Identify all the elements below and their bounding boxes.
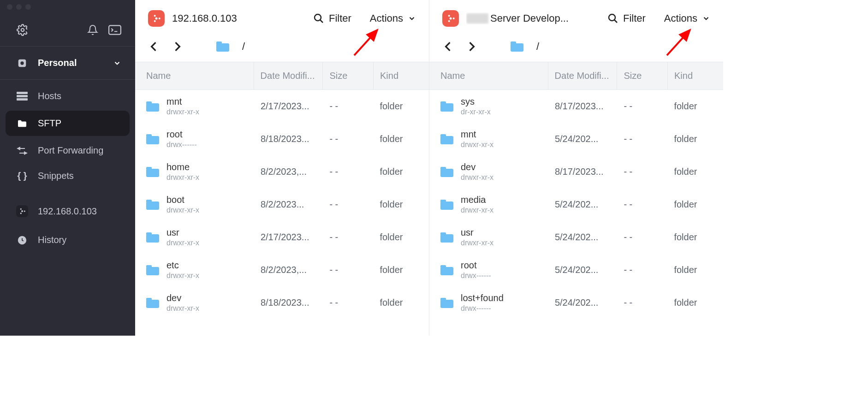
table-row[interactable]: mntdrwxr-xr-x5/24/202...- -folder — [429, 123, 723, 155]
file-permissions: drwx------ — [461, 304, 504, 313]
file-date: 5/24/202... — [548, 295, 618, 311]
file-kind: folder — [667, 131, 723, 147]
snippets-icon: { } — [16, 171, 29, 181]
col-date[interactable]: Date Modifi... — [548, 62, 618, 89]
folder-icon — [16, 119, 29, 128]
file-date: 8/2/2023,... — [254, 262, 323, 278]
main: 192.168.0.103 Filter Actions — [135, 0, 723, 336]
connection-name: 192.168.0.103 — [38, 206, 97, 217]
clock-icon — [16, 235, 29, 245]
svg-rect-1 — [109, 25, 121, 34]
path-text[interactable]: / — [242, 41, 245, 53]
table-row[interactable]: rootdrwx------5/24/202...- -folder — [429, 254, 723, 286]
file-size: - - — [617, 131, 667, 147]
workspace-gear-icon — [16, 58, 29, 68]
table-row[interactable]: mediadrwxr-xr-x5/24/202...- -folder — [429, 188, 723, 221]
col-size[interactable]: Size — [617, 62, 668, 89]
table-row[interactable]: devdrwxr-xr-x8/17/2023...- -folder — [429, 155, 723, 188]
folder-icon — [440, 265, 453, 275]
folder-icon — [216, 41, 229, 52]
sidebar-connection[interactable]: 192.168.0.103 — [0, 198, 135, 225]
sidebar-item-port-forwarding[interactable]: Port Forwarding — [0, 138, 135, 163]
search-icon — [607, 13, 618, 24]
pane-toolbar: 192.168.0.103 Filter Actions — [135, 0, 429, 37]
svg-rect-5 — [17, 95, 28, 97]
table-header: Name Date Modifi... Size Kind — [135, 62, 429, 90]
folder-icon — [146, 298, 159, 308]
chevron-down-icon — [113, 59, 121, 67]
file-size: - - — [323, 131, 373, 147]
table-row[interactable]: sysdr-xr-xr-x8/17/2023...- -folder — [429, 90, 723, 123]
filter-button[interactable]: Filter — [607, 12, 646, 24]
nav-back-button[interactable] — [442, 40, 453, 53]
col-name[interactable]: Name — [429, 62, 548, 89]
col-name[interactable]: Name — [135, 62, 254, 89]
sidebar-item-sftp[interactable]: SFTP — [6, 111, 130, 136]
table-row[interactable]: mntdrwxr-xr-x2/17/2023...- -folder — [135, 90, 429, 123]
file-permissions: drwxr-xr-x — [461, 173, 493, 182]
folder-icon — [146, 101, 159, 112]
file-date: 8/2/2023,... — [254, 164, 323, 180]
file-date: 2/17/2023... — [254, 229, 323, 245]
file-size: - - — [617, 229, 667, 245]
folder-icon — [146, 134, 159, 144]
table-row[interactable]: homedrwxr-xr-x8/2/2023,...- -folder — [135, 155, 429, 188]
actions-dropdown[interactable]: Actions — [370, 12, 416, 24]
workspace-selector[interactable]: Personal — [0, 50, 135, 76]
svg-point-0 — [21, 29, 24, 32]
nav-forward-button[interactable] — [172, 40, 183, 53]
actions-dropdown[interactable]: Actions — [664, 12, 710, 24]
file-size: - - — [323, 229, 373, 245]
filter-button[interactable]: Filter — [313, 12, 351, 24]
file-kind: folder — [667, 196, 723, 213]
gear-icon[interactable] — [17, 24, 29, 36]
table-row[interactable]: usrdrwxr-xr-x2/17/2023...- -folder — [135, 221, 429, 254]
table-row[interactable]: lost+founddrwx------5/24/202...- -folder — [429, 286, 723, 319]
file-name: root — [166, 129, 197, 140]
sidebar-item-label: SFTP — [38, 118, 61, 129]
folder-icon — [440, 134, 453, 144]
bell-icon[interactable] — [87, 24, 98, 36]
file-date: 8/17/2023... — [548, 98, 618, 114]
table-row[interactable]: rootdrwx------8/18/2023...- -folder — [135, 123, 429, 155]
file-kind: folder — [373, 229, 429, 245]
redacted-text — [466, 13, 488, 24]
chevron-down-icon — [702, 14, 710, 23]
table-row[interactable]: usrdrwxr-xr-x5/24/202...- -folder — [429, 221, 723, 254]
svg-point-22 — [609, 14, 615, 21]
svg-point-13 — [159, 18, 161, 19]
sidebar-item-snippets[interactable]: { } Snippets — [0, 163, 135, 189]
traffic-min[interactable] — [16, 4, 22, 10]
sidebar-item-history[interactable]: History — [0, 227, 135, 253]
file-permissions: drwxr-xr-x — [166, 173, 199, 182]
file-size: - - — [617, 196, 667, 213]
file-kind: folder — [667, 229, 723, 245]
terminal-icon[interactable] — [108, 24, 121, 36]
col-kind[interactable]: Kind — [668, 62, 723, 89]
sidebar-item-label: History — [38, 235, 66, 245]
col-kind[interactable]: Kind — [374, 62, 429, 89]
table-row[interactable]: etcdrwxr-xr-x8/2/2023,...- -folder — [135, 254, 429, 286]
folder-icon — [146, 265, 159, 275]
window-traffic-lights — [0, 0, 135, 14]
svg-point-21 — [448, 20, 450, 22]
folder-icon — [440, 232, 453, 243]
nav-back-button[interactable] — [148, 40, 159, 53]
folder-icon — [511, 41, 523, 52]
nav-forward-button[interactable] — [466, 40, 477, 53]
col-date[interactable]: Date Modifi... — [254, 62, 323, 89]
traffic-max[interactable] — [25, 4, 31, 10]
file-list: mntdrwxr-xr-x2/17/2023...- -folderrootdr… — [135, 90, 429, 336]
col-size[interactable]: Size — [323, 62, 374, 89]
traffic-close[interactable] — [7, 4, 12, 10]
table-row[interactable]: devdrwxr-xr-x8/18/2023...- -folder — [135, 286, 429, 319]
path-text[interactable]: / — [536, 41, 539, 53]
table-header: Name Date Modifi... Size Kind — [429, 62, 723, 90]
ubuntu-icon — [148, 10, 165, 27]
table-row[interactable]: bootdrwxr-xr-x8/2/2023...- -folder — [135, 188, 429, 221]
file-size: - - — [323, 262, 373, 278]
file-name: root — [461, 260, 491, 271]
file-kind: folder — [373, 131, 429, 147]
sidebar-item-hosts[interactable]: Hosts — [0, 83, 135, 109]
svg-rect-4 — [17, 92, 28, 94]
